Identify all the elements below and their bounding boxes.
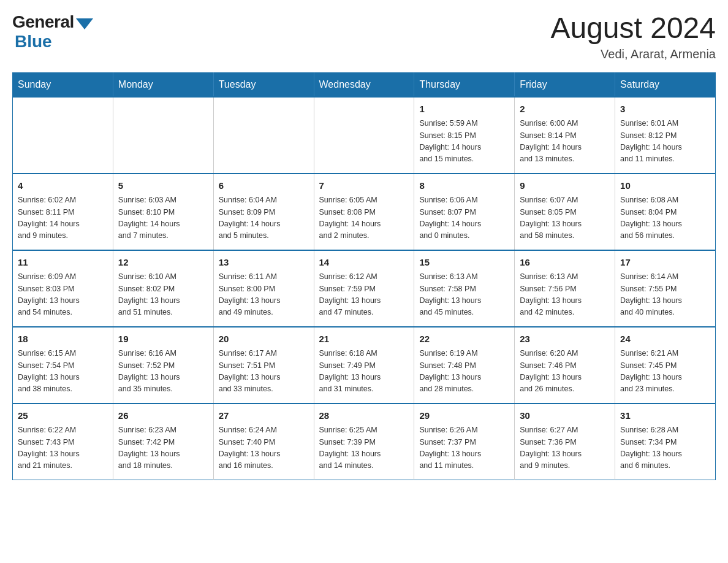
day-number: 8	[419, 179, 509, 193]
day-info: Sunrise: 6:13 AMSunset: 7:58 PMDaylight:…	[419, 271, 509, 319]
calendar-cell: 24Sunrise: 6:21 AMSunset: 7:45 PMDayligh…	[615, 327, 716, 404]
calendar-cell: 8Sunrise: 6:06 AMSunset: 8:07 PMDaylight…	[414, 174, 515, 250]
weekday-header-tuesday: Tuesday	[213, 72, 314, 97]
day-info: Sunrise: 6:17 AMSunset: 7:51 PMDaylight:…	[219, 348, 309, 396]
calendar-cell	[113, 97, 213, 174]
calendar-cell: 23Sunrise: 6:20 AMSunset: 7:46 PMDayligh…	[515, 327, 615, 404]
calendar-cell: 31Sunrise: 6:28 AMSunset: 7:34 PMDayligh…	[615, 404, 716, 480]
day-info: Sunrise: 6:09 AMSunset: 8:03 PMDaylight:…	[18, 271, 108, 319]
calendar-cell: 25Sunrise: 6:22 AMSunset: 7:43 PMDayligh…	[13, 404, 113, 480]
logo: General Blue	[12, 12, 93, 52]
day-info: Sunrise: 6:23 AMSunset: 7:42 PMDaylight:…	[118, 424, 208, 472]
calendar-cell: 27Sunrise: 6:24 AMSunset: 7:40 PMDayligh…	[213, 404, 314, 480]
day-number: 9	[520, 179, 610, 193]
calendar-cell: 28Sunrise: 6:25 AMSunset: 7:39 PMDayligh…	[314, 404, 414, 480]
day-info: Sunrise: 6:03 AMSunset: 8:10 PMDaylight:…	[118, 194, 208, 242]
calendar-cell: 30Sunrise: 6:27 AMSunset: 7:36 PMDayligh…	[515, 404, 615, 480]
calendar-cell: 9Sunrise: 6:07 AMSunset: 8:05 PMDaylight…	[515, 174, 615, 250]
calendar-cell: 4Sunrise: 6:02 AMSunset: 8:11 PMDaylight…	[13, 174, 113, 250]
day-info: Sunrise: 6:11 AMSunset: 8:00 PMDaylight:…	[219, 271, 309, 319]
calendar-cell: 14Sunrise: 6:12 AMSunset: 7:59 PMDayligh…	[314, 250, 414, 327]
logo-general-text: General	[12, 12, 74, 32]
day-number: 23	[520, 332, 610, 347]
day-number: 26	[118, 409, 208, 423]
day-info: Sunrise: 6:06 AMSunset: 8:07 PMDaylight:…	[419, 194, 509, 242]
day-number: 18	[18, 332, 108, 347]
day-number: 2	[520, 102, 610, 117]
day-info: Sunrise: 6:20 AMSunset: 7:46 PMDaylight:…	[520, 348, 610, 396]
calendar-cell: 13Sunrise: 6:11 AMSunset: 8:00 PMDayligh…	[213, 250, 314, 327]
calendar-table: SundayMondayTuesdayWednesdayThursdayFrid…	[12, 72, 716, 480]
calendar-body: 1Sunrise: 5:59 AMSunset: 8:15 PMDaylight…	[13, 97, 716, 480]
day-info: Sunrise: 6:10 AMSunset: 8:02 PMDaylight:…	[118, 271, 208, 319]
day-number: 12	[118, 256, 208, 270]
calendar-cell: 6Sunrise: 6:04 AMSunset: 8:09 PMDaylight…	[213, 174, 314, 250]
logo-arrow-icon	[76, 18, 93, 29]
calendar-cell: 7Sunrise: 6:05 AMSunset: 8:08 PMDaylight…	[314, 174, 414, 250]
day-number: 14	[319, 256, 409, 270]
calendar-cell	[314, 97, 414, 174]
day-number: 3	[620, 102, 710, 117]
day-info: Sunrise: 5:59 AMSunset: 8:15 PMDaylight:…	[419, 118, 509, 166]
day-number: 29	[419, 409, 509, 423]
location: Vedi, Ararat, Armenia	[550, 47, 716, 61]
calendar-cell: 22Sunrise: 6:19 AMSunset: 7:48 PMDayligh…	[414, 327, 515, 404]
calendar-cell: 18Sunrise: 6:15 AMSunset: 7:54 PMDayligh…	[13, 327, 113, 404]
weekday-header-sunday: Sunday	[13, 72, 113, 97]
calendar-cell: 16Sunrise: 6:13 AMSunset: 7:56 PMDayligh…	[515, 250, 615, 327]
calendar-week-row: 4Sunrise: 6:02 AMSunset: 8:11 PMDaylight…	[13, 174, 716, 250]
day-info: Sunrise: 6:02 AMSunset: 8:11 PMDaylight:…	[18, 194, 108, 242]
day-number: 21	[319, 332, 409, 347]
day-number: 24	[620, 332, 710, 347]
day-number: 1	[419, 102, 509, 117]
calendar-cell: 29Sunrise: 6:26 AMSunset: 7:37 PMDayligh…	[414, 404, 515, 480]
calendar-cell: 5Sunrise: 6:03 AMSunset: 8:10 PMDaylight…	[113, 174, 213, 250]
weekday-header-row: SundayMondayTuesdayWednesdayThursdayFrid…	[13, 72, 716, 97]
day-info: Sunrise: 6:24 AMSunset: 7:40 PMDaylight:…	[219, 424, 309, 472]
day-info: Sunrise: 6:13 AMSunset: 7:56 PMDaylight:…	[520, 271, 610, 319]
day-info: Sunrise: 6:12 AMSunset: 7:59 PMDaylight:…	[319, 271, 409, 319]
calendar-cell: 1Sunrise: 5:59 AMSunset: 8:15 PMDaylight…	[414, 97, 515, 174]
calendar-cell: 12Sunrise: 6:10 AMSunset: 8:02 PMDayligh…	[113, 250, 213, 327]
calendar-cell: 19Sunrise: 6:16 AMSunset: 7:52 PMDayligh…	[113, 327, 213, 404]
weekday-header-monday: Monday	[113, 72, 213, 97]
day-info: Sunrise: 6:27 AMSunset: 7:36 PMDaylight:…	[520, 424, 610, 472]
day-info: Sunrise: 6:22 AMSunset: 7:43 PMDaylight:…	[18, 424, 108, 472]
day-number: 31	[620, 409, 710, 423]
day-info: Sunrise: 6:04 AMSunset: 8:09 PMDaylight:…	[219, 194, 309, 242]
day-info: Sunrise: 6:28 AMSunset: 7:34 PMDaylight:…	[620, 424, 710, 472]
day-number: 5	[118, 179, 208, 193]
logo-blue-text: Blue	[15, 32, 52, 52]
calendar-cell: 20Sunrise: 6:17 AMSunset: 7:51 PMDayligh…	[213, 327, 314, 404]
day-number: 28	[319, 409, 409, 423]
day-number: 30	[520, 409, 610, 423]
day-number: 4	[18, 179, 108, 193]
calendar-week-row: 1Sunrise: 5:59 AMSunset: 8:15 PMDaylight…	[13, 97, 716, 174]
day-info: Sunrise: 6:16 AMSunset: 7:52 PMDaylight:…	[118, 348, 208, 396]
calendar-cell: 21Sunrise: 6:18 AMSunset: 7:49 PMDayligh…	[314, 327, 414, 404]
calendar-week-row: 25Sunrise: 6:22 AMSunset: 7:43 PMDayligh…	[13, 404, 716, 480]
calendar-cell: 11Sunrise: 6:09 AMSunset: 8:03 PMDayligh…	[13, 250, 113, 327]
calendar-header: SundayMondayTuesdayWednesdayThursdayFrid…	[13, 72, 716, 97]
day-info: Sunrise: 6:18 AMSunset: 7:49 PMDaylight:…	[319, 348, 409, 396]
day-number: 27	[219, 409, 309, 423]
weekday-header-friday: Friday	[515, 72, 615, 97]
day-info: Sunrise: 6:01 AMSunset: 8:12 PMDaylight:…	[620, 118, 710, 166]
calendar-week-row: 18Sunrise: 6:15 AMSunset: 7:54 PMDayligh…	[13, 327, 716, 404]
day-number: 13	[219, 256, 309, 270]
calendar-cell: 2Sunrise: 6:00 AMSunset: 8:14 PMDaylight…	[515, 97, 615, 174]
day-info: Sunrise: 6:14 AMSunset: 7:55 PMDaylight:…	[620, 271, 710, 319]
calendar-cell: 3Sunrise: 6:01 AMSunset: 8:12 PMDaylight…	[615, 97, 716, 174]
calendar-cell: 15Sunrise: 6:13 AMSunset: 7:58 PMDayligh…	[414, 250, 515, 327]
day-info: Sunrise: 6:07 AMSunset: 8:05 PMDaylight:…	[520, 194, 610, 242]
day-info: Sunrise: 6:19 AMSunset: 7:48 PMDaylight:…	[419, 348, 509, 396]
calendar-cell: 10Sunrise: 6:08 AMSunset: 8:04 PMDayligh…	[615, 174, 716, 250]
day-info: Sunrise: 6:26 AMSunset: 7:37 PMDaylight:…	[419, 424, 509, 472]
day-number: 17	[620, 256, 710, 270]
calendar-cell	[13, 97, 113, 174]
day-info: Sunrise: 6:08 AMSunset: 8:04 PMDaylight:…	[620, 194, 710, 242]
day-number: 6	[219, 179, 309, 193]
day-number: 19	[118, 332, 208, 347]
weekday-header-wednesday: Wednesday	[314, 72, 414, 97]
day-info: Sunrise: 6:15 AMSunset: 7:54 PMDaylight:…	[18, 348, 108, 396]
